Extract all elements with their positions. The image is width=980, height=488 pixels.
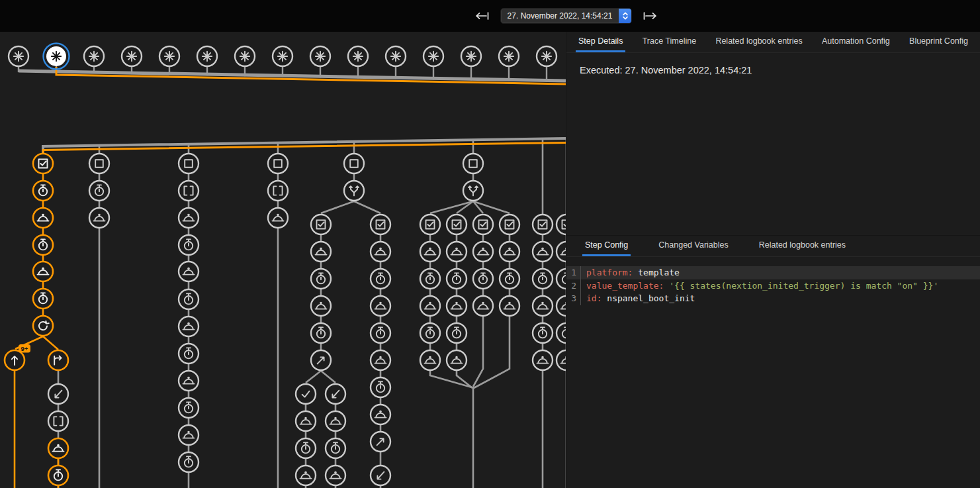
- service-node[interactable]: [500, 242, 519, 262]
- delay-node[interactable]: [179, 289, 199, 309]
- delay-node[interactable]: [311, 323, 331, 343]
- service-node[interactable]: [533, 242, 553, 262]
- delay-node[interactable]: [420, 323, 440, 343]
- trigger-node[interactable]: [348, 46, 368, 66]
- tab-changed-variables[interactable]: Changed Variables: [656, 236, 731, 256]
- condition-node[interactable]: [557, 215, 566, 234]
- trigger-node[interactable]: [235, 46, 255, 66]
- delay-node[interactable]: [557, 269, 566, 289]
- service-node[interactable]: [447, 296, 467, 316]
- arrow-sw-node[interactable]: [371, 465, 390, 485]
- choose-node[interactable]: [344, 181, 364, 201]
- service-node[interactable]: [473, 296, 493, 316]
- trigger-node[interactable]: [44, 44, 69, 70]
- delay-node[interactable]: [179, 398, 199, 418]
- service-node[interactable]: [48, 438, 68, 458]
- service-node[interactable]: [420, 296, 440, 316]
- arrow-ne-node[interactable]: [371, 432, 390, 452]
- service-node[interactable]: [371, 350, 390, 370]
- service-node[interactable]: [179, 262, 199, 281]
- service-node[interactable]: [179, 425, 199, 445]
- service-node[interactable]: [179, 371, 199, 391]
- service-node[interactable]: [500, 296, 519, 316]
- service-node[interactable]: [311, 242, 331, 262]
- square-node[interactable]: [344, 154, 364, 173]
- condition-node[interactable]: [447, 215, 467, 234]
- trigger-node[interactable]: [386, 46, 406, 66]
- service-node[interactable]: [326, 411, 345, 431]
- condition-node[interactable]: [420, 215, 440, 234]
- service-node[interactable]: [447, 242, 467, 262]
- square-node[interactable]: [268, 154, 288, 173]
- service-node[interactable]: [179, 208, 199, 228]
- service-node[interactable]: [371, 405, 390, 424]
- delay-node[interactable]: [179, 344, 199, 364]
- delay-node[interactable]: [500, 269, 519, 289]
- tab-step-config[interactable]: Step Config: [582, 236, 631, 256]
- trigger-node[interactable]: [537, 46, 557, 66]
- service-node[interactable]: [533, 296, 553, 316]
- delay-node[interactable]: [33, 235, 53, 255]
- automation-trace-graph[interactable]: 9+: [0, 0, 566, 488]
- next-trace-button[interactable]: [643, 11, 658, 21]
- delay-node[interactable]: [371, 377, 390, 397]
- trigger-node[interactable]: [310, 46, 330, 66]
- condition-node[interactable]: [33, 154, 53, 173]
- brackets-node[interactable]: [48, 411, 68, 431]
- brackets-node[interactable]: [179, 181, 199, 201]
- trigger-node[interactable]: [423, 46, 443, 66]
- tab-automation-config[interactable]: Automation Config: [819, 32, 893, 52]
- service-node[interactable]: [447, 350, 467, 370]
- delay-node[interactable]: [473, 269, 493, 289]
- trigger-node[interactable]: [461, 46, 481, 66]
- service-node[interactable]: [371, 242, 390, 262]
- arrow-sw-node[interactable]: [48, 384, 68, 404]
- square-node[interactable]: [463, 154, 483, 173]
- delay-node[interactable]: [533, 269, 553, 289]
- trigger-node[interactable]: [499, 46, 519, 66]
- arrow-ne-node[interactable]: [311, 350, 331, 370]
- condition-node[interactable]: [473, 215, 493, 234]
- service-node[interactable]: [89, 208, 109, 228]
- brackets-node[interactable]: [268, 181, 288, 201]
- delay-node[interactable]: [533, 323, 553, 343]
- delay-node[interactable]: [48, 465, 68, 485]
- tab-step-details[interactable]: Step Details: [576, 32, 625, 52]
- delay-node[interactable]: [447, 323, 467, 343]
- service-node[interactable]: [179, 317, 199, 336]
- service-node[interactable]: [371, 296, 390, 316]
- delay-node[interactable]: [33, 289, 53, 309]
- trigger-node[interactable]: [122, 46, 142, 66]
- delay-node[interactable]: [371, 323, 390, 343]
- delay-node[interactable]: [296, 438, 316, 458]
- service-node[interactable]: [557, 242, 566, 262]
- trigger-node[interactable]: [197, 46, 217, 66]
- delay-node[interactable]: [557, 323, 566, 343]
- condition-node[interactable]: [311, 215, 331, 234]
- square-node[interactable]: [89, 154, 109, 173]
- service-node[interactable]: [296, 411, 316, 431]
- service-node[interactable]: [533, 350, 553, 370]
- trigger-node[interactable]: [9, 46, 28, 66]
- delay-node[interactable]: [311, 269, 331, 289]
- service-node[interactable]: [311, 296, 331, 316]
- delay-node[interactable]: [420, 269, 440, 289]
- delay-node[interactable]: [326, 438, 345, 458]
- trace-selector[interactable]: 27. November 2022, 14:54:21: [500, 8, 633, 24]
- service-node[interactable]: [33, 262, 53, 281]
- delay-node[interactable]: [33, 181, 53, 201]
- arrow-sw-node[interactable]: [326, 384, 345, 404]
- condition-node[interactable]: [500, 215, 519, 234]
- square-node[interactable]: [179, 154, 199, 173]
- service-node[interactable]: [557, 296, 566, 316]
- service-node[interactable]: [268, 208, 288, 228]
- condition-node[interactable]: [371, 215, 390, 234]
- delay-node[interactable]: [179, 452, 199, 472]
- delay-node[interactable]: [89, 181, 109, 201]
- tab-blueprint-config[interactable]: Blueprint Config: [907, 32, 971, 52]
- trigger-node[interactable]: [273, 46, 292, 66]
- service-node[interactable]: [420, 350, 440, 370]
- previous-trace-button[interactable]: [474, 11, 490, 21]
- tab-related-logbook-entries[interactable]: Related logbook entries: [713, 32, 805, 52]
- condition-node[interactable]: [533, 215, 553, 234]
